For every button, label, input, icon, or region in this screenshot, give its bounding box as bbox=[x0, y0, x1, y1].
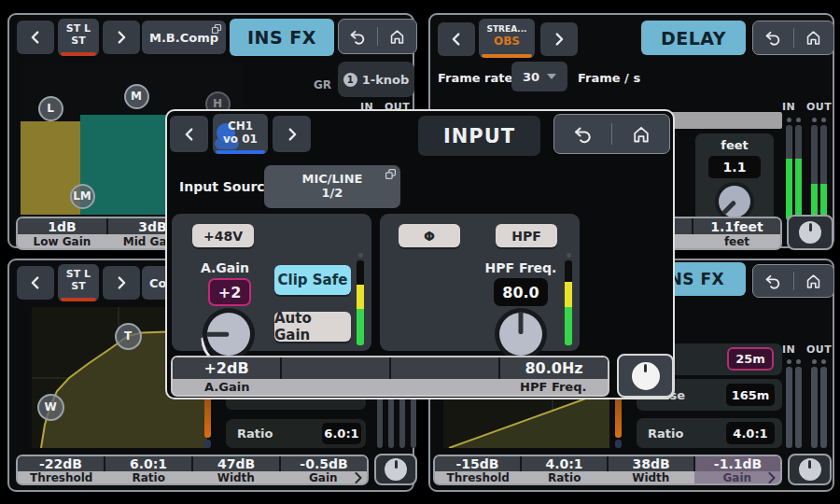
more-params-chevron-icon[interactable] bbox=[355, 472, 362, 483]
next-channel-button[interactable] bbox=[103, 21, 140, 54]
tab-ins-fx[interactable]: INS FX bbox=[230, 19, 334, 56]
band-handle-label: L bbox=[47, 102, 54, 115]
band-handle-label: H bbox=[213, 97, 222, 110]
band-handle-low[interactable]: L bbox=[38, 96, 63, 121]
channel-name: ST L bbox=[58, 22, 99, 35]
next-channel-button[interactable] bbox=[103, 266, 140, 300]
param-value-width[interactable]: 38dB bbox=[609, 456, 693, 471]
out-label: OUT bbox=[806, 101, 832, 113]
param-value[interactable] bbox=[282, 357, 389, 379]
one-knob-badge-icon: 1 bbox=[343, 73, 357, 87]
phantom-power-button[interactable]: +48V bbox=[192, 224, 254, 247]
home-button[interactable] bbox=[630, 123, 652, 146]
clip-safe-button[interactable]: Clip Safe bbox=[274, 265, 351, 295]
input-source-button[interactable]: MIC/LINE 1/2 bbox=[264, 165, 400, 208]
param-label: Threshold bbox=[435, 471, 522, 484]
input-source-label: Input Source bbox=[179, 173, 273, 201]
param-value-ratio[interactable]: 4.0:1 bbox=[522, 456, 607, 471]
back-button[interactable] bbox=[348, 27, 368, 47]
prev-channel-button[interactable] bbox=[438, 22, 475, 56]
dialog-title: INPUT bbox=[418, 116, 540, 156]
delay-knob[interactable] bbox=[719, 186, 750, 217]
phase-button[interactable]: Φ bbox=[399, 224, 460, 247]
back-button[interactable] bbox=[763, 28, 783, 48]
channel-select-button[interactable]: ST L ST bbox=[58, 19, 99, 56]
meter-peak-dot bbox=[821, 359, 826, 364]
param-value-hpf-freq[interactable]: 80.0Hz bbox=[500, 357, 608, 379]
delay-param-value[interactable]: 25m bbox=[727, 347, 774, 371]
chevron-left-icon bbox=[448, 31, 465, 48]
param-label: Gain bbox=[280, 471, 368, 484]
release-value[interactable]: 165m bbox=[726, 384, 775, 406]
param-value[interactable]: 1.1feet bbox=[693, 218, 780, 234]
home-icon bbox=[804, 272, 823, 291]
chevron-left-icon bbox=[27, 274, 44, 291]
ratio-value[interactable]: 4.0:1 bbox=[726, 422, 775, 444]
gain-reduction-meter-base bbox=[204, 440, 211, 448]
nav-divider bbox=[793, 28, 794, 47]
frame-rate-dropdown[interactable]: 30 bbox=[511, 62, 567, 91]
prev-channel-button[interactable] bbox=[17, 266, 54, 300]
param-value-threshold[interactable]: -15dB bbox=[435, 456, 520, 471]
back-button[interactable] bbox=[763, 272, 783, 291]
param-value-gain-selected[interactable]: -1.1dB bbox=[695, 456, 780, 471]
ratio-value[interactable]: 6.0:1 bbox=[322, 423, 361, 444]
nav-box bbox=[553, 114, 670, 154]
param-value-again[interactable]: +2dB bbox=[173, 357, 280, 379]
band-handle-mid[interactable]: M bbox=[124, 84, 149, 109]
channel-name: ST L bbox=[58, 268, 99, 280]
channel-select-button[interactable]: ST L ST bbox=[58, 264, 99, 301]
again-value[interactable]: +2 bbox=[208, 278, 251, 306]
one-knob-button[interactable]: 1 1-knob bbox=[338, 62, 414, 97]
out-meter-r bbox=[820, 367, 827, 448]
gr-label: GR bbox=[314, 78, 331, 91]
tab-delay[interactable]: DELAY bbox=[641, 21, 746, 55]
param-value-width[interactable]: 47dB bbox=[193, 456, 279, 471]
home-button[interactable] bbox=[387, 27, 407, 47]
meter-peak-dot bbox=[358, 253, 363, 258]
meter-peak-dot bbox=[787, 359, 791, 364]
prev-channel-button[interactable] bbox=[17, 21, 54, 54]
touch-knob-tile[interactable] bbox=[374, 454, 417, 485]
input-dialog: CH1 vo 01 INPUT Input Source MIC/LINE 1/… bbox=[165, 109, 675, 399]
auto-gain-button[interactable]: Auto Gain bbox=[274, 312, 351, 342]
clip-safe-label: Clip Safe bbox=[278, 272, 348, 288]
hpf-button[interactable]: HPF bbox=[496, 224, 557, 247]
ratio-label: Ratio bbox=[648, 418, 683, 448]
home-button[interactable] bbox=[804, 28, 823, 48]
more-params-chevron-icon[interactable] bbox=[768, 472, 776, 483]
prev-channel-button[interactable] bbox=[170, 116, 208, 152]
feet-value[interactable]: 1.1 bbox=[708, 156, 761, 178]
back-button[interactable] bbox=[572, 123, 595, 146]
width-handle[interactable]: W bbox=[37, 394, 64, 421]
meter-peak-dot bbox=[812, 118, 817, 122]
touch-knob-tile[interactable] bbox=[617, 354, 674, 398]
hpf-freq-knob[interactable] bbox=[499, 313, 542, 356]
hpf-freq-value[interactable]: 80.0 bbox=[494, 278, 548, 306]
input-level-meter bbox=[565, 260, 572, 345]
touch-knob-tile[interactable] bbox=[788, 454, 832, 485]
dropdown-arrow-icon bbox=[547, 73, 556, 80]
band-handle-lowmid[interactable]: LM bbox=[70, 184, 95, 209]
param-label bbox=[282, 379, 391, 395]
channel-select-button[interactable]: CH1 vo 01 bbox=[213, 114, 268, 154]
param-value-gain[interactable]: -0.5dB bbox=[281, 456, 367, 471]
param-bar: +2dB 80.0Hz A.Gain HPF Freq. bbox=[171, 356, 609, 397]
home-button[interactable] bbox=[804, 272, 823, 291]
again-knob[interactable] bbox=[207, 313, 250, 356]
param-value-threshold[interactable]: -22dB bbox=[18, 456, 104, 471]
hpf-label: HPF bbox=[511, 229, 541, 244]
undo-icon bbox=[763, 272, 783, 291]
channel-select-button[interactable]: STREA... OBS bbox=[479, 19, 535, 58]
analog-gain-section: +48V A.Gain +2 Clip Safe Auto Gain bbox=[172, 214, 371, 351]
tab-label: INS FX bbox=[247, 27, 316, 48]
touch-knob-tile[interactable] bbox=[787, 215, 833, 250]
param-value[interactable]: 1dB bbox=[18, 218, 106, 234]
param-value-ratio[interactable]: 6.0:1 bbox=[105, 456, 191, 471]
param-value[interactable] bbox=[391, 357, 498, 379]
preset-name-button[interactable]: M.B.Comp bbox=[142, 21, 226, 54]
next-channel-button[interactable] bbox=[273, 116, 311, 152]
param-bar: -22dB 6.0:1 47dB -0.5dB Threshold Ratio … bbox=[16, 455, 369, 485]
next-channel-button[interactable] bbox=[540, 22, 578, 56]
threshold-handle[interactable]: T bbox=[115, 323, 142, 350]
